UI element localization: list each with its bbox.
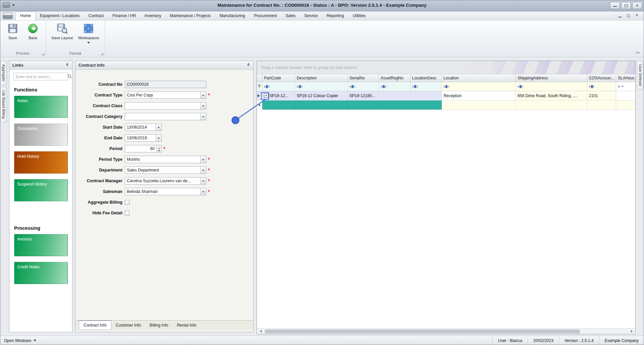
tab-reporting[interactable]: Reporting <box>322 12 348 20</box>
scroll-right-icon[interactable] <box>630 329 635 334</box>
restore-button[interactable] <box>621 2 631 9</box>
cell-assetregno[interactable] <box>379 91 411 100</box>
new-cell-description[interactable] <box>295 100 347 110</box>
column-header-cosaccount[interactable]: COSAccoun... <box>587 74 616 82</box>
chevron-down-icon[interactable] <box>200 167 206 174</box>
tab-inventory[interactable]: Inventory <box>140 12 165 20</box>
column-header-description[interactable]: Description <box>295 74 347 82</box>
contract-class-select[interactable] <box>125 102 206 110</box>
workspaces-button[interactable]: Workspaces <box>76 22 101 50</box>
back-button[interactable]: Back <box>23 22 42 50</box>
suspend-history-button[interactable]: Suspend History <box>14 179 68 201</box>
chevron-down-icon[interactable] <box>200 188 206 195</box>
application-logo-icon[interactable] <box>3 12 13 19</box>
aggregate-billing-checkbox[interactable] <box>125 200 129 205</box>
grid-new-row[interactable] <box>257 100 635 110</box>
filter-cell-assetregno[interactable] <box>379 82 411 91</box>
tab-procurement[interactable]: Procurement <box>250 12 281 20</box>
grid-horizontal-scrollbar[interactable] <box>257 328 635 334</box>
contract-no-field[interactable]: CO0000016 <box>125 81 206 88</box>
save-layout-button[interactable]: Save Layout <box>49 22 75 50</box>
chevron-down-icon[interactable] <box>200 156 206 163</box>
cell-serialno[interactable]: SP19-12185... <box>348 91 379 100</box>
close-button[interactable] <box>632 2 642 9</box>
tab-manufacturing[interactable]: Manufacturing <box>215 12 250 20</box>
new-cell-location[interactable] <box>442 100 516 110</box>
tab-sales[interactable]: Sales <box>281 12 300 20</box>
cell-location[interactable]: Reception <box>442 91 516 100</box>
open-windows-button[interactable]: Open Windows <box>0 338 40 343</box>
spin-down-icon[interactable] <box>157 149 161 152</box>
tab-finance-hr[interactable]: Finance / HR <box>108 12 140 20</box>
save-button[interactable]: Save <box>3 22 22 50</box>
tab-home[interactable]: Home <box>15 11 36 20</box>
column-header-serialno[interactable]: SerialNo <box>348 74 379 82</box>
group-dialog-launcher-icon[interactable] <box>42 53 44 55</box>
cell-slahours[interactable] <box>616 91 635 100</box>
spin-up-icon[interactable] <box>157 145 161 149</box>
cell-description[interactable]: SP19-12 Colour Copier <box>295 91 347 100</box>
row-expand-button[interactable] <box>264 93 268 98</box>
new-cell-partcode[interactable] <box>262 100 295 110</box>
dock-tab-user-defined[interactable]: User Defined <box>637 61 644 89</box>
period-type-select[interactable]: Months <box>125 156 206 163</box>
tab-contract-info[interactable]: Contract Info <box>79 320 111 330</box>
contract-type-select[interactable]: Cost Per Copy <box>125 91 206 99</box>
mdi-restore-icon[interactable] <box>627 14 631 17</box>
tab-rental-info[interactable]: Rental Info <box>172 321 201 330</box>
contract-manager-select[interactable]: Carolina Suzzetta Lourens van de... <box>125 177 206 185</box>
filter-cell-location[interactable] <box>442 82 516 91</box>
cell-shippingaddress[interactable]: 658 Dime Road, South Riding, ,... <box>516 91 587 100</box>
column-header-locationdesc[interactable]: LocationDesc <box>411 74 442 82</box>
grid-group-by-panel[interactable]: Drag a column header here to group by th… <box>257 61 635 74</box>
ribbon-collapse-icon[interactable] <box>636 51 639 54</box>
mdi-minimize-icon[interactable] <box>618 14 622 17</box>
mdi-close-icon[interactable] <box>635 14 639 17</box>
documents-button[interactable]: Documents <box>14 124 68 146</box>
group-dialog-launcher-icon[interactable] <box>101 53 103 55</box>
tab-utilities[interactable]: Utilities <box>348 12 370 20</box>
chevron-down-icon[interactable] <box>200 92 206 98</box>
department-select[interactable]: Sales Department <box>125 166 206 174</box>
credit-notes-button[interactable]: Credit Notes <box>14 262 68 284</box>
new-cell-serialno[interactable] <box>348 100 379 110</box>
column-header-location[interactable]: Location <box>442 74 516 82</box>
search-input[interactable] <box>16 75 67 79</box>
pin-icon[interactable] <box>65 63 69 68</box>
cell-locationdesc[interactable] <box>411 91 442 100</box>
tab-maintenance-projects[interactable]: Maintenance / Projects <box>166 12 215 20</box>
column-header-slahours[interactable]: SLAHour... <box>616 74 635 82</box>
new-cell-cosaccount[interactable] <box>587 100 616 110</box>
column-header-partcode[interactable]: PartCode <box>262 74 295 82</box>
cell-partcode[interactable]: SP19-12... <box>262 91 295 100</box>
scrollbar-thumb[interactable] <box>265 330 580 333</box>
minimize-button[interactable] <box>610 2 620 9</box>
column-header-shippingaddress[interactable]: ShippingAddress <box>516 74 587 82</box>
new-cell-assetregno[interactable] <box>379 100 411 110</box>
filter-cell-description[interactable] <box>295 82 347 91</box>
start-date-picker[interactable]: 13/06/2014 <box>125 124 162 131</box>
new-cell-shippingaddress[interactable] <box>516 100 587 110</box>
tab-equipment-locations[interactable]: Equipment / Locations <box>36 12 84 20</box>
chevron-down-icon[interactable] <box>200 178 206 184</box>
invoices-button[interactable]: Invoices <box>14 234 68 256</box>
dock-tab-life-based-billing[interactable]: Life Based Billing <box>0 87 7 122</box>
scroll-left-icon[interactable] <box>257 329 263 334</box>
filter-cell-slahours[interactable] <box>616 82 635 91</box>
chevron-down-icon[interactable] <box>200 113 206 120</box>
tab-customer-info[interactable]: Customer Info <box>111 321 145 330</box>
notes-button[interactable]: Notes <box>14 96 68 118</box>
filter-cell-partcode[interactable] <box>262 82 295 91</box>
filter-cell-locationdesc[interactable] <box>411 82 442 91</box>
grid-data-row[interactable]: SP19-12... SP19-12 Colour Copier SP19-12… <box>257 91 635 100</box>
filter-cell-shippingaddress[interactable] <box>516 82 587 91</box>
column-header-assetregno[interactable]: AssetRegNo <box>379 74 411 82</box>
chevron-down-icon[interactable] <box>200 102 206 109</box>
hold-history-button[interactable]: Hold History <box>14 151 68 174</box>
tab-contract[interactable]: Contract <box>84 12 108 20</box>
filter-cell-serialno[interactable] <box>348 82 379 91</box>
hide-fee-detail-checkbox[interactable] <box>125 211 129 215</box>
cell-cosaccount[interactable]: 2101 <box>587 91 616 100</box>
new-cell-locationdesc[interactable] <box>411 100 442 110</box>
period-stepper[interactable]: 60 <box>125 145 162 152</box>
